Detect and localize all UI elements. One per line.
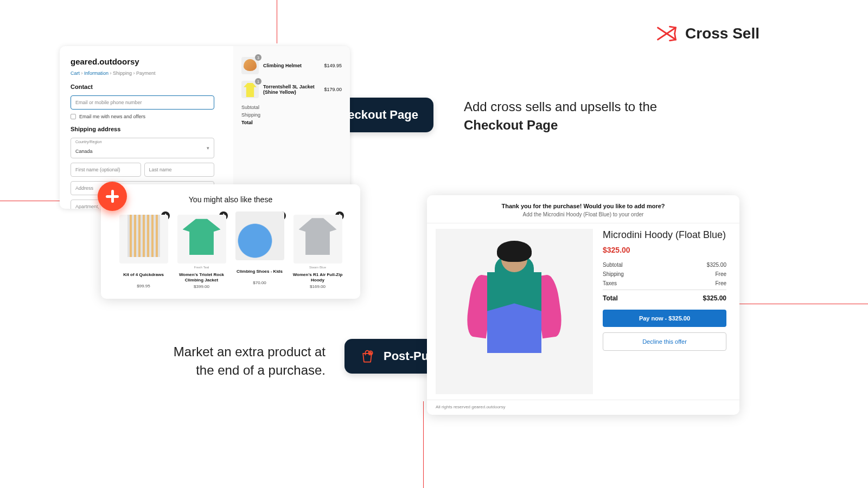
decor-line	[277, 0, 277, 43]
cart-item-price: $179.00	[324, 87, 342, 92]
headline-left-2: the end of a purchase.	[196, 363, 326, 377]
headline-post: Market an extra product at the end of a …	[157, 343, 326, 379]
pp-row-r: Free	[715, 280, 726, 286]
pp-total-r: $325.00	[703, 294, 726, 302]
total-label: Total	[241, 120, 342, 125]
country-val: Canada	[75, 142, 209, 154]
cart-item-price: $149.95	[324, 63, 342, 68]
headline-checkout: Add cross sells and upsells to the Check…	[464, 98, 724, 134]
reco-tag	[117, 266, 170, 270]
address-placeholder: Address	[75, 185, 93, 191]
reco-card[interactable]: Steam Blue Women's R1 Air Full-Zip Hoody…	[291, 211, 344, 289]
first-name-field[interactable]: First name (optional)	[71, 163, 141, 177]
recommendations-mock: You might also like these Kit of 4 Quick…	[101, 184, 360, 299]
pp-footer: All rights reserved geared.outdoorsy	[427, 400, 739, 409]
post-purchase-mock: Thank you for the purchase! Would you li…	[427, 195, 739, 415]
pp-headline: Thank you for the purchase! Would you li…	[427, 203, 739, 209]
reco-price: $99.95	[117, 284, 170, 288]
pp-row: TaxesFree	[603, 280, 726, 286]
pp-total: Total$325.00	[603, 290, 726, 302]
product-thumb: 3	[241, 57, 259, 74]
decor-line	[423, 401, 424, 488]
reco-tag: Fresh Teal	[175, 266, 228, 270]
news-label: Email me with news and offers	[79, 114, 145, 119]
pp-row: ShippingFree	[603, 271, 726, 277]
reco-tag	[233, 262, 286, 267]
brand-lockup: Cross Sell	[655, 22, 760, 46]
cart-item: 3 Climbing Helmet $149.95	[241, 57, 342, 74]
reco-card[interactable]: Kit of 4 Quickdraws $99.95	[117, 211, 170, 289]
product-image	[436, 229, 593, 394]
reco-title: You might also like these	[117, 195, 344, 204]
pp-row: Subtotal$325.00	[603, 262, 726, 268]
reco-price: $70.00	[233, 280, 286, 285]
news-checkbox[interactable]: Email me with news and offers	[71, 114, 214, 119]
headline-line1: Add cross sells and upsells to the	[464, 99, 657, 114]
headline-line2: Checkout Page	[464, 118, 558, 132]
shipping-label: Shipping	[241, 112, 342, 118]
pp-subhead: Add the Microdini Hoody (Float Blue) to …	[427, 211, 739, 217]
product-image	[293, 215, 342, 264]
crumb-cart[interactable]: Cart	[71, 70, 80, 76]
pp-row-l: Shipping	[603, 271, 624, 277]
cart-item: 1 Torrentshell 3L Jacket (Shine Yellow) …	[241, 81, 342, 98]
pp-row-l: Subtotal	[603, 262, 623, 268]
reco-name: Climbing Shoes - Kids	[233, 269, 286, 279]
qty-badge: 1	[255, 78, 261, 85]
crumb-info[interactable]: Information	[84, 70, 108, 76]
headline-left-1: Market an extra product at	[174, 344, 326, 359]
crumb-ship: Shipping	[113, 70, 132, 76]
country-lbl: Country/Region	[75, 140, 102, 144]
pay-now-button[interactable]: Pay now - $325.00	[603, 310, 726, 327]
pp-row-r: $325.00	[707, 262, 726, 268]
plus-icon	[98, 182, 127, 211]
decor-line	[0, 201, 60, 201]
last-name-field[interactable]: Last name	[144, 163, 215, 177]
decor-line	[738, 304, 868, 304]
pp-product-title: Microdini Hoody (Float Blue)	[603, 229, 726, 241]
cross-sell-logo-icon	[655, 22, 679, 46]
qty-badge: 3	[255, 54, 261, 61]
product-image	[235, 211, 284, 260]
shopping-bag-icon	[360, 349, 375, 364]
reco-name: Women's Triolet Rock Climbing Jacket	[175, 272, 228, 282]
cart-totals: Subtotal Shipping Total	[241, 105, 342, 125]
cart-item-name: Climbing Helmet	[263, 63, 320, 68]
brand-name: Cross Sell	[685, 25, 760, 42]
reco-price: $399.00	[175, 284, 228, 289]
pp-row-r: Free	[715, 271, 726, 277]
country-select[interactable]: Country/RegionCanada	[71, 138, 214, 158]
pp-total-l: Total	[603, 294, 618, 302]
reco-price: $169.00	[291, 284, 344, 289]
checkbox-icon	[71, 114, 76, 119]
pp-row-l: Taxes	[603, 280, 617, 286]
store-name: geared.outdoorsy	[71, 57, 214, 66]
reco-card[interactable]: Climbing Shoes - Kids $70.00	[233, 211, 286, 289]
crumb-pay: Payment	[136, 70, 156, 76]
reco-name: Women's R1 Air Full-Zip Hoody	[291, 272, 344, 282]
product-image	[177, 215, 226, 264]
cart-item-name: Torrentshell 3L Jacket (Shine Yellow)	[263, 84, 320, 95]
decline-offer-button[interactable]: Decline this offer	[603, 332, 726, 351]
breadcrumb: Cart › Information › Shipping › Payment	[71, 70, 214, 76]
pp-product-price: $325.00	[603, 246, 726, 254]
reco-card[interactable]: Fresh Teal Women's Triolet Rock Climbing…	[175, 211, 228, 289]
subtotal-label: Subtotal	[241, 105, 342, 110]
product-thumb: 1	[241, 81, 259, 98]
reco-name: Kit of 4 Quickdraws	[117, 272, 170, 282]
reco-tag: Steam Blue	[291, 266, 344, 270]
ship-label: Shipping address	[71, 126, 214, 132]
contact-label: Contact	[71, 84, 214, 90]
product-image	[119, 215, 168, 264]
email-field[interactable]: Email or mobile phone number	[71, 95, 214, 110]
